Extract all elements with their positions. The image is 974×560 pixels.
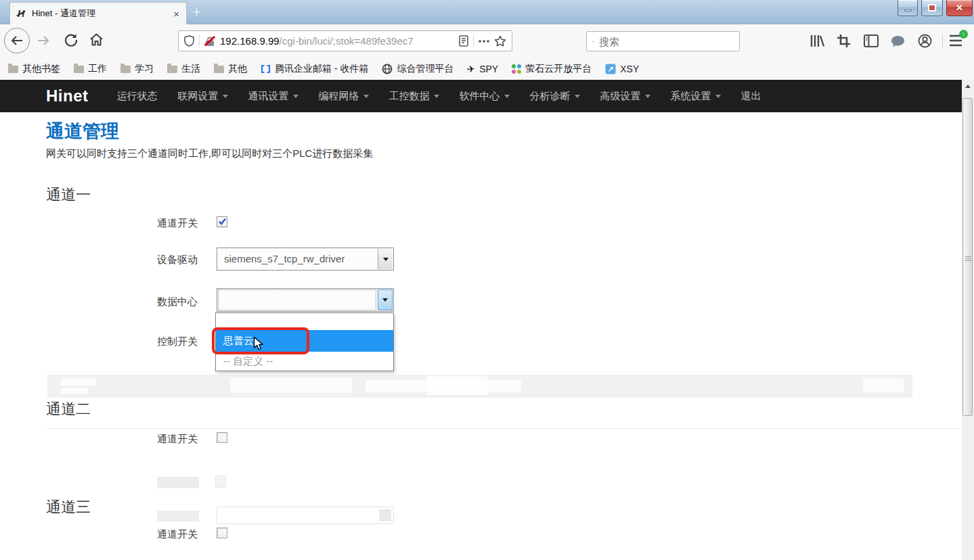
bookmark-ezviz[interactable]: 萤石云开放平台 <box>512 63 592 75</box>
nav-item-advanced-settings[interactable]: 高级设置 <box>600 90 650 103</box>
ghost-label-artifact <box>157 477 199 488</box>
bookmark-folder-misc[interactable]: 其他 <box>214 63 247 75</box>
folder-icon <box>120 66 131 73</box>
reader-mode-icon[interactable] <box>459 35 468 47</box>
ghost-label-artifact <box>157 511 199 521</box>
menu-button[interactable]: ↑ <box>949 34 964 47</box>
bookmark-spy[interactable]: ✈SPY <box>467 64 498 74</box>
reload-icon <box>64 33 78 47</box>
nav-item-diagnostics[interactable]: 分析诊断 <box>530 90 580 103</box>
reload-button[interactable] <box>64 33 78 47</box>
browser-toolbar: 192.168.9.99/cgi-bin/luci/;stok=489fe39e… <box>0 24 974 57</box>
new-tab-button[interactable]: + <box>192 3 201 22</box>
folder-icon <box>214 66 224 73</box>
nav-item-network-settings[interactable]: 联网设置 <box>178 90 228 103</box>
select-arrow-button-active[interactable] <box>378 289 393 310</box>
mouse-cursor <box>253 336 264 351</box>
nav-item-software-center[interactable]: 软件中心 <box>460 90 510 103</box>
search-input[interactable] <box>599 36 734 47</box>
chevron-down-icon <box>382 298 388 302</box>
page-scrollbar[interactable] <box>962 80 974 560</box>
scrollbar-grip <box>965 256 971 262</box>
page-description: 网关可以同时支持三个通道同时工作,即可以同时对三个PLC进行数据采集 <box>46 147 373 160</box>
screenshot-icon[interactable] <box>837 34 851 48</box>
tab-close-icon[interactable]: × <box>172 8 181 20</box>
urlbar-separator2 <box>473 35 474 47</box>
close-button[interactable]: ✕ <box>946 0 973 16</box>
folder-icon <box>74 66 84 73</box>
close-icon: ✕ <box>956 3 963 13</box>
bookmark-star-icon[interactable] <box>494 35 506 47</box>
urlbar-separator <box>199 35 200 47</box>
dots-icon <box>512 64 521 74</box>
nav-item-industrial-data[interactable]: 工控数据 <box>389 90 439 103</box>
ghost-input-artifact <box>217 507 394 524</box>
exmail-icon <box>261 64 271 74</box>
ghost-row-artifact <box>47 375 912 398</box>
bookmark-exmail[interactable]: 腾讯企业邮箱 - 收件箱 <box>261 63 368 75</box>
account-icon[interactable] <box>918 34 932 48</box>
data-center-label: 数据中心 <box>157 296 199 308</box>
chevron-down-icon <box>223 95 228 98</box>
forward-icon <box>37 35 50 46</box>
more-options-icon[interactable] <box>479 40 489 43</box>
search-box[interactable] <box>586 31 740 51</box>
scrollbar-up-button[interactable] <box>962 80 974 92</box>
sidebar-icon[interactable] <box>864 34 879 47</box>
channel3-switch-checkbox[interactable] <box>217 528 227 538</box>
nav-item-comm-settings[interactable]: 通讯设置 <box>248 90 298 103</box>
browser-tab[interactable]: H Hinet - 通道管理 × <box>9 2 187 24</box>
chevron-down-icon <box>504 95 510 98</box>
device-driver-select[interactable]: siemens_s7_tcp_rw_driver <box>217 248 394 271</box>
page-content: 通道管理 网关可以同时支持三个通道同时工作,即可以同时对三个PLC进行数据采集 … <box>0 112 962 560</box>
data-center-select[interactable] <box>217 288 394 312</box>
channel1-switch-label: 通道开关 <box>157 217 199 230</box>
nav-item-system-settings[interactable]: 系统设置 <box>671 90 721 103</box>
bookmark-folder-work[interactable]: 工作 <box>74 63 107 75</box>
forward-button[interactable] <box>37 35 50 46</box>
chevron-down-icon <box>363 95 369 98</box>
insecure-lock-icon <box>204 36 215 47</box>
channel2-switch-label: 通道开关 <box>157 433 199 446</box>
check-icon <box>218 217 227 226</box>
focus-outline <box>219 290 376 310</box>
bookmark-xsy[interactable]: ↗XSY <box>605 64 639 74</box>
toolbar-separator <box>942 34 943 48</box>
ghost-checkbox-artifact <box>215 475 226 488</box>
device-driver-label: 设备驱动 <box>157 254 199 266</box>
messenger-icon[interactable] <box>891 35 905 48</box>
site-brand[interactable]: Hinet <box>46 87 89 106</box>
channel3-heading: 通道三 <box>46 497 91 517</box>
home-button[interactable] <box>89 32 104 47</box>
bookmark-mgmt-platform[interactable]: 综合管理平台 <box>382 63 453 75</box>
nav-item-running-status[interactable]: 运行状态 <box>117 90 158 103</box>
select-arrow-button[interactable] <box>378 249 393 269</box>
bookmark-folder-study[interactable]: 学习 <box>120 63 154 75</box>
nav-item-programming-network[interactable]: 编程网络 <box>319 90 369 103</box>
library-icon[interactable] <box>810 34 824 48</box>
tab-title: Hinet - 通道管理 <box>32 7 172 20</box>
globe-icon <box>382 64 393 74</box>
minimize-button[interactable] <box>898 0 918 16</box>
channel2-switch-checkbox[interactable] <box>217 432 227 443</box>
titlebar: H Hinet - 通道管理 × + ✕ <box>0 0 974 24</box>
scrollbar-thumb[interactable] <box>962 98 973 416</box>
channel2-heading: 通道二 <box>46 399 91 419</box>
control-switch-label: 控制开关 <box>157 335 199 348</box>
url-bar[interactable]: 192.168.9.99/cgi-bin/luci/;stok=489fe39e… <box>178 30 512 51</box>
chevron-down-icon <box>575 95 580 98</box>
channel1-switch-checkbox[interactable] <box>217 216 227 227</box>
back-button[interactable] <box>4 28 30 53</box>
nav-item-logout[interactable]: 退出 <box>741 90 761 103</box>
dropdown-option-custom[interactable]: -- 自定义 -- <box>216 352 393 371</box>
plane-icon: ✈ <box>466 63 476 74</box>
chevron-down-icon <box>715 95 721 98</box>
bookmark-folder-other-bookmarks[interactable]: 其他书签 <box>8 63 60 75</box>
site-navbar: Hinet 运行状态 联网设置 通讯设置 编程网络 工控数据 软件中心 分析诊断… <box>0 80 962 112</box>
restore-button[interactable] <box>921 0 943 16</box>
chevron-down-icon <box>645 95 650 98</box>
chevron-up-icon <box>965 85 971 88</box>
chevron-down-icon <box>383 258 389 261</box>
bookmark-folder-life[interactable]: 生活 <box>167 63 200 75</box>
device-driver-value: siemens_s7_tcp_rw_driver <box>224 253 345 264</box>
